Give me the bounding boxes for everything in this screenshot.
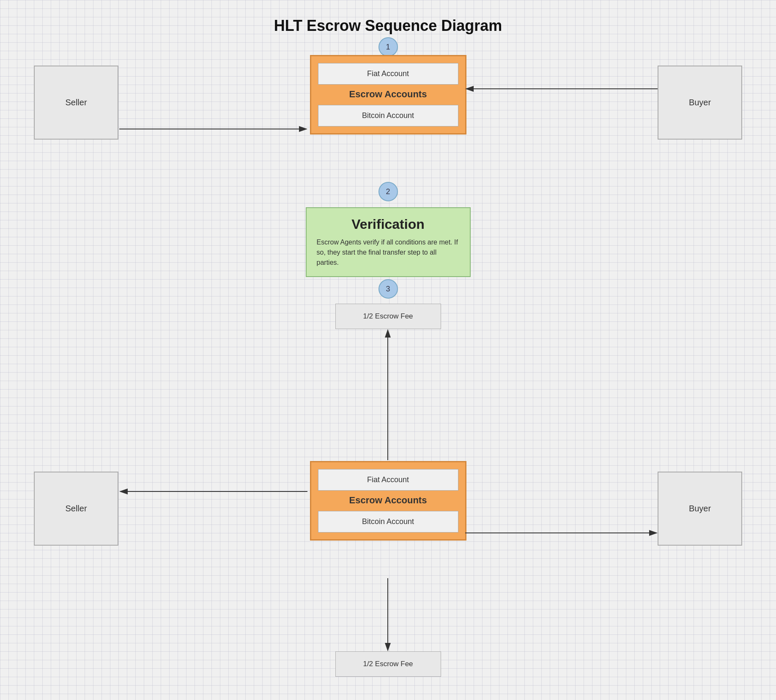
escrow-box-bottom: Fiat Account Escrow Accounts Bitcoin Acc… [310,461,466,541]
fiat-account-bottom: Fiat Account [318,469,458,491]
seller-bottom-box: Seller [34,472,118,546]
bitcoin-account-top: Bitcoin Account [318,105,458,126]
seller-top-box: Seller [34,66,118,140]
fee-box-bottom: 1/2 Escrow Fee [335,651,441,677]
escrow-accounts-top-label: Escrow Accounts [318,89,458,100]
step-3-circle: 3 [378,279,398,299]
bitcoin-account-bottom: Bitcoin Account [318,511,458,533]
escrow-accounts-bottom-label: Escrow Accounts [318,495,458,506]
verification-text: Escrow Agents verify if all conditions a… [317,237,460,268]
verification-title: Verification [317,217,460,232]
fee-box-top: 1/2 Escrow Fee [335,304,441,329]
step-2-circle: 2 [378,182,398,201]
buyer-top-box: Buyer [658,66,742,140]
verification-box: Verification Escrow Agents verify if all… [306,207,471,277]
buyer-bottom-box: Buyer [658,472,742,546]
escrow-box-top: Fiat Account Escrow Accounts Bitcoin Acc… [310,55,466,135]
step-1-circle: 1 [378,37,398,57]
fiat-account-top: Fiat Account [318,63,458,85]
